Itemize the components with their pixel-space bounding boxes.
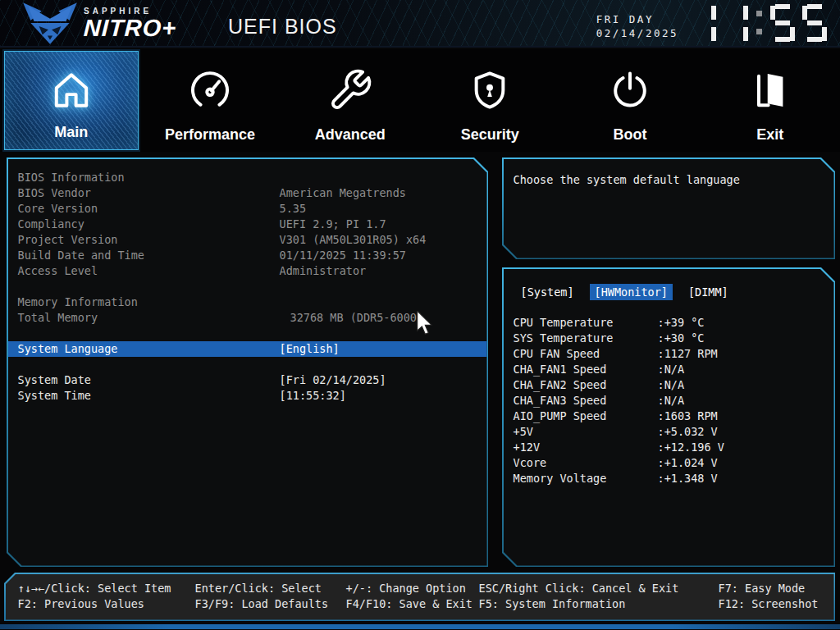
reading-separator: [658, 363, 664, 376]
exit-door-icon: [747, 49, 793, 126]
reading-value: +39 °C: [664, 316, 705, 329]
info-value: UEFI 2.9; PI 1.7: [280, 217, 386, 231]
bios-info-row: Core Version 5.35: [8, 201, 487, 217]
tab-label: Performance: [165, 126, 255, 152]
monitor-tab-hwmonitor[interactable]: [HWMonitor]: [590, 284, 673, 300]
reading-separator: [658, 409, 664, 422]
setting-label: System Language: [8, 342, 280, 355]
key-hint: ESC/Right Click: Cancel & Exit: [479, 582, 719, 595]
monitor-tab-system[interactable]: [System]: [516, 284, 579, 300]
monitor-reading-row: Memory Voltage+1.348 V: [504, 471, 834, 486]
tab-label: Boot: [614, 126, 647, 152]
system-time-row[interactable]: System Time [11:55:32]: [8, 388, 487, 404]
page-title: UEFI BIOS: [228, 15, 337, 39]
tab-boot[interactable]: Boot: [560, 49, 701, 152]
key-hint: Enter/Click: Select: [195, 582, 346, 595]
seven-segment-clock: [692, 4, 827, 42]
reading-value: N/A: [664, 363, 684, 376]
reading-label: AIO_PUMP Speed: [514, 409, 658, 422]
key-hint: +/-: Change Option: [346, 582, 479, 595]
shield-lock-icon: [467, 49, 513, 126]
setting-label: System Time: [8, 389, 280, 402]
setting-label: System Date: [8, 373, 280, 386]
reading-label: CHA_FAN1 Speed: [514, 363, 658, 376]
tab-label: Exit: [756, 126, 783, 152]
tab-label: Main: [54, 124, 88, 149]
reading-value: N/A: [664, 378, 684, 391]
date-text: 02/14/2025: [596, 26, 678, 40]
system-date-row[interactable]: System Date [Fri 02/14/2025]: [8, 372, 487, 388]
tab-label: Advanced: [315, 126, 386, 152]
info-label: Total Memory: [8, 311, 280, 324]
tab-advanced[interactable]: Advanced: [280, 49, 420, 152]
nav-tabs: Main Performance Advanced Security Boot: [0, 49, 840, 152]
monitor-reading-row: AIO_PUMP Speed1603 RPM: [504, 409, 834, 424]
setting-value: [English]: [280, 342, 340, 355]
section-title-memory-information: Memory Information: [8, 294, 487, 310]
reading-label: CPU FAN Speed: [514, 347, 658, 360]
section-title-bios-information: BIOS Information: [8, 170, 487, 185]
brand-nitro: NITRO+: [83, 16, 177, 40]
reading-value: 1127 RPM: [664, 347, 718, 360]
monitor-reading-row: +12V+12.196 V: [504, 440, 834, 455]
bios-info-row: Compliancy UEFI 2.9; PI 1.7: [8, 217, 487, 232]
key-hint: F5: System Information: [479, 597, 719, 610]
reading-separator: [658, 425, 664, 438]
reading-label: +5V: [514, 425, 658, 438]
key-hint: F2: Previous Values: [18, 597, 195, 610]
hint-row-1: ↑↓→←/Click: Select Item Enter/Click: Sel…: [18, 581, 834, 596]
info-label: BIOS Vendor: [8, 186, 280, 199]
reading-label: SYS Temperature: [514, 331, 658, 345]
reading-value: +5.032 V: [664, 425, 718, 438]
tab-main[interactable]: Main: [4, 51, 139, 150]
bios-info-row: Access Level Administrator: [8, 263, 487, 279]
bios-info-row: Build Date and Time 01/11/2025 11:39:57: [8, 248, 487, 263]
reading-value: N/A: [664, 394, 684, 407]
monitor-reading-row: +5V+5.032 V: [504, 424, 834, 440]
monitor-reading-row: Vcore+1.024 V: [504, 455, 834, 471]
reading-separator: [658, 316, 664, 329]
system-language-row[interactable]: System Language [English]: [8, 341, 487, 357]
power-icon: [607, 49, 653, 126]
key-hint: F7: Easy Mode: [719, 582, 834, 595]
key-hint: F4/F10: Save & Exit: [346, 597, 479, 610]
info-value: 5.35: [280, 202, 307, 215]
monitor-reading-row: CHA_FAN3 SpeedN/A: [504, 393, 834, 409]
bottom-accent-strip: [0, 624, 840, 629]
reading-value: +1.348 V: [664, 472, 718, 485]
reading-label: CPU Temperature: [514, 316, 658, 329]
monitor-panel: [System] [HWMonitor] [DIMM] CPU Temperat…: [502, 267, 835, 567]
reading-value: 1603 RPM: [664, 409, 718, 422]
reading-label: Vcore: [514, 456, 658, 469]
setting-value: [11:55:32]: [280, 389, 346, 402]
monitor-reading-row: CPU FAN Speed1127 RPM: [504, 346, 834, 362]
tab-label: Security: [461, 126, 519, 152]
tab-security[interactable]: Security: [420, 49, 560, 152]
reading-separator: [658, 347, 664, 360]
reading-label: +12V: [514, 441, 658, 454]
bios-info-row: BIOS Vendor American Megatrends: [8, 185, 487, 201]
system-date-display: FRI DAY 02/14/2025: [596, 12, 678, 40]
settings-panel: BIOS Information BIOS Vendor American Me…: [7, 158, 488, 567]
setting-value: [Fri 02/14/2025]: [280, 373, 386, 386]
key-hint: F12: Screenshot: [719, 597, 834, 610]
gauge-icon: [187, 49, 233, 126]
info-label: Access Level: [8, 264, 280, 277]
brand: SAPPHIRE NITRO+: [20, 2, 176, 46]
wrench-icon: [327, 49, 373, 126]
bios-screen: SAPPHIRE NITRO+ UEFI BIOS FRI DAY 02/14/…: [0, 0, 840, 630]
info-value: American Megatrends: [280, 186, 406, 199]
reading-label: Memory Voltage: [514, 472, 658, 485]
monitor-reading-row: CPU Temperature+39 °C: [504, 315, 834, 331]
bios-info-row: Project Version V301 (AM50L301R05) x64: [8, 232, 487, 248]
reading-value: +1.024 V: [664, 456, 718, 469]
tab-exit[interactable]: Exit: [700, 49, 840, 152]
reading-separator: [658, 472, 664, 485]
key-hints-bar: ↑↓→←/Click: Select Item Enter/Click: Sel…: [4, 573, 835, 621]
tab-performance[interactable]: Performance: [140, 49, 281, 152]
help-text: Choose the system default language: [514, 173, 826, 186]
info-value: V301 (AM50L301R05) x64: [280, 233, 427, 246]
info-value: Administrator: [280, 264, 367, 277]
monitor-tab-dimm[interactable]: [DIMM]: [683, 284, 733, 300]
sapphire-nitro-logo: [20, 2, 80, 46]
